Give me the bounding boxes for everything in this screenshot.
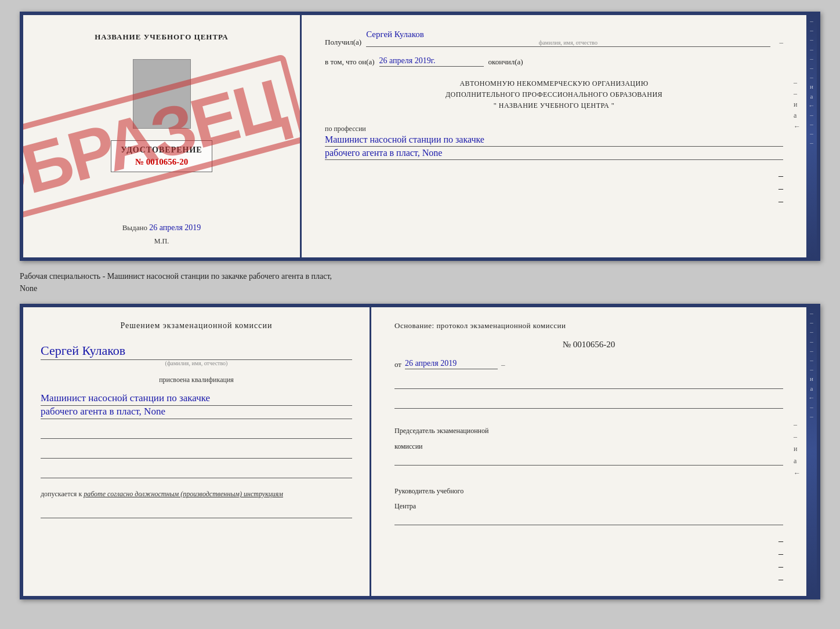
bottom-document: Решением экзаменационной комиссии Сергей… bbox=[20, 304, 820, 599]
bottom-name-value: Сергей Кулаков bbox=[41, 343, 352, 360]
protocol-date-row: от 26 апреля 2019 – bbox=[394, 358, 783, 369]
sd10: ← bbox=[809, 102, 815, 110]
dopuskaetsya-label: допускается к bbox=[41, 490, 82, 498]
right-side-markers: – – и а ← bbox=[794, 420, 801, 478]
sdb5: – bbox=[810, 347, 813, 355]
org-line2: ДОПОЛНИТЕЛЬНОГО ПРОФЕССИОНАЛЬНОГО ОБРАЗО… bbox=[325, 89, 783, 100]
dash1: – bbox=[780, 38, 784, 47]
sd6: – bbox=[810, 64, 813, 72]
td1: – bbox=[779, 170, 783, 181]
sdb8: и bbox=[810, 375, 813, 383]
sdb4: – bbox=[810, 338, 813, 346]
protocol-dash: – bbox=[501, 360, 505, 369]
rsm-arrow: ← bbox=[794, 469, 801, 478]
udostoverenie-num: № 0010656-20 bbox=[121, 157, 202, 167]
separator-line2: None bbox=[20, 282, 820, 294]
sig-line-bottom bbox=[41, 507, 352, 518]
dopuskaetsya-value: работе согласно должностным (производств… bbox=[84, 490, 283, 498]
predsedatel-block: Председатель экзаменационной комиссии – … bbox=[394, 420, 783, 466]
btd1: – bbox=[779, 536, 783, 546]
dopuskaetsya-block: допускается к работе согласно должностны… bbox=[41, 490, 352, 499]
sig-line3 bbox=[41, 467, 352, 478]
vydano-label: Выдано bbox=[122, 223, 147, 232]
rukovoditel-line1: Руководитель учебного bbox=[394, 486, 783, 496]
sig-line2 bbox=[41, 447, 352, 459]
sd11: – bbox=[810, 111, 813, 119]
org-line1: АВТОНОМНУЮ НЕКОММЕРЧЕСКУЮ ОРГАНИЗАЦИЮ bbox=[325, 78, 783, 89]
rsm-dash2: – bbox=[794, 432, 801, 441]
sd1: – bbox=[810, 17, 813, 25]
side-markers: – – и а ← bbox=[794, 78, 801, 131]
bottom-trailing-dashes: – – – – bbox=[394, 536, 783, 584]
btd4: – bbox=[779, 574, 783, 584]
rsm-i: и bbox=[794, 445, 801, 453]
sdb9: а bbox=[810, 385, 813, 392]
photo-placeholder bbox=[133, 59, 191, 129]
vtom-value: 26 апреля 2019г. bbox=[379, 56, 484, 67]
rukovoditel-sig bbox=[394, 514, 783, 525]
sd8: и bbox=[810, 83, 813, 90]
sdb3: – bbox=[810, 328, 813, 336]
separator-line1: Рабочая специальность - Машинист насосно… bbox=[20, 270, 820, 282]
td3: – bbox=[779, 196, 783, 206]
sdb12: – bbox=[810, 413, 813, 420]
protocol-num: № 0010656-20 bbox=[394, 340, 783, 350]
vtom-label: в том, что он(а) bbox=[325, 57, 375, 67]
predsedatel-line2: комиссии bbox=[394, 442, 783, 452]
assigned-label: присвоена квалификация bbox=[41, 376, 352, 384]
marker-dash2: – bbox=[794, 89, 801, 98]
familiya-hint: фамилия, имя, отчество bbox=[366, 39, 770, 46]
bottom-left-panel: Решением экзаменационной комиссии Сергей… bbox=[23, 307, 371, 596]
btd2: – bbox=[779, 548, 783, 559]
sd2: – bbox=[810, 27, 813, 34]
protocol-ot-label: от bbox=[394, 360, 401, 369]
org-line3: " НАЗВАНИЕ УЧЕБНОГО ЦЕНТРА " bbox=[325, 100, 783, 111]
vtom-row: в том, что он(а) 26 апреля 2019г. окончи… bbox=[325, 56, 783, 67]
rsm-dash1: – bbox=[794, 420, 801, 429]
sig-line1 bbox=[41, 427, 352, 439]
bottom-name-block: Сергей Кулаков (фамилия, имя, отчество) bbox=[41, 343, 352, 366]
top-document: НАЗВАНИЕ УЧЕБНОГО ЦЕНТРА ОБРАЗЕЦ УДОСТОВ… bbox=[20, 12, 820, 261]
predsedatel-sig bbox=[394, 454, 783, 466]
bottom-qualification-block: Машинист насосной станции по закачке раб… bbox=[41, 392, 352, 419]
btd3: – bbox=[779, 561, 783, 572]
rukovoditel-block: Руководитель учебного Центра bbox=[394, 481, 783, 526]
top-left-panel: НАЗВАНИЕ УЧЕБНОГО ЦЕНТРА ОБРАЗЕЦ УДОСТОВ… bbox=[23, 15, 302, 257]
vydano-line: Выдано 26 апреля 2019 bbox=[122, 212, 201, 232]
poluchil-row: Получил(a) Сергей Кулаков фамилия, имя, … bbox=[325, 29, 783, 47]
separator-text: Рабочая специальность - Машинист насосно… bbox=[20, 270, 820, 294]
marker-dash1: – bbox=[794, 78, 801, 87]
trailing-dashes: – – – bbox=[325, 170, 783, 206]
profession-line1: Машинист насосной станции по закачке bbox=[325, 134, 783, 147]
udostoverenie-label: УДОСТОВЕРЕНИЕ bbox=[121, 146, 202, 155]
sd4: – bbox=[810, 46, 813, 53]
sdb2: – bbox=[810, 319, 813, 326]
sd12: – bbox=[810, 121, 813, 128]
vydano-date: 26 апреля 2019 bbox=[149, 223, 201, 232]
poluchil-field: Сергей Кулаков фамилия, имя, отчество bbox=[366, 29, 770, 47]
bottom-right-panel: Основание: протокол экзаменационной коми… bbox=[371, 307, 806, 596]
td2: – bbox=[779, 183, 783, 194]
side-stripe-right-top: – – – – – – – и а ← – – – – bbox=[806, 15, 817, 257]
protocol-date-value: 26 апреля 2019 bbox=[405, 359, 498, 369]
rukovoditel-line2: Центра bbox=[394, 501, 783, 511]
poluchil-label: Получил(a) bbox=[325, 38, 361, 47]
sdb10: ← bbox=[809, 394, 815, 402]
sd3: – bbox=[810, 36, 813, 43]
sdb6: – bbox=[810, 357, 813, 364]
sd5: – bbox=[810, 55, 813, 63]
top-left-title: НАЗВАНИЕ УЧЕБНОГО ЦЕНТРА bbox=[95, 32, 229, 42]
sdb1: – bbox=[810, 310, 813, 317]
sd13: – bbox=[810, 130, 813, 137]
right-sig2 bbox=[394, 397, 783, 409]
predsedatel-line1: Председатель экзаменационной bbox=[394, 426, 783, 436]
bottom-name-hint: (фамилия, имя, отчество) bbox=[41, 360, 352, 366]
right-sig1 bbox=[394, 377, 783, 389]
sd14: – bbox=[810, 139, 813, 147]
profession-line2: рабочего агента в пласт, None bbox=[325, 148, 783, 160]
udostoverenie-box: УДОСТОВЕРЕНИЕ № 0010656-20 bbox=[111, 140, 212, 172]
sdb7: – bbox=[810, 366, 813, 373]
okonchil-label: окончил(а) bbox=[488, 57, 523, 67]
marker-a: а bbox=[794, 111, 801, 120]
poluchil-value: Сергей Кулаков bbox=[366, 30, 424, 39]
